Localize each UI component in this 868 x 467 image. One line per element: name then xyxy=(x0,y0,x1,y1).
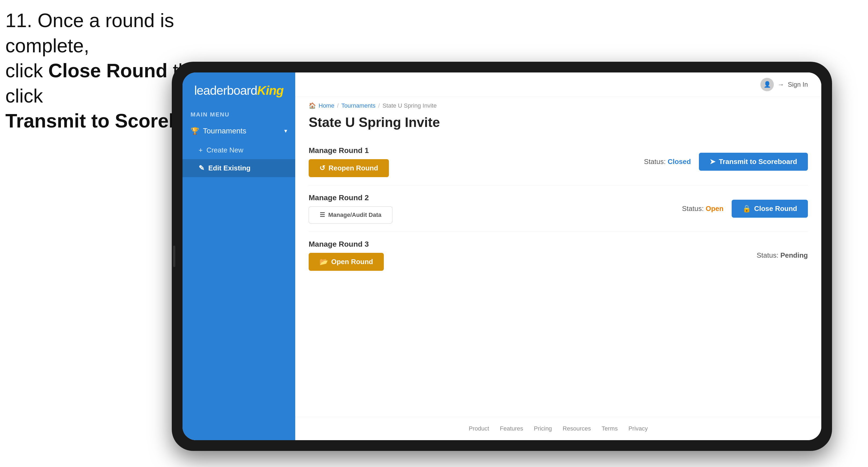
round-1-status: Status: Closed xyxy=(644,158,691,166)
avatar: 👤 xyxy=(761,78,774,91)
round-3-status-value: Pending xyxy=(780,251,808,259)
edit-existing-label: Edit Existing xyxy=(208,164,250,172)
round-1-row: Manage Round 1 ↺ Reopen Round Status: Cl… xyxy=(309,138,808,185)
tablet-device: leaderboardKing MAIN MENU 🏆 Tournaments … xyxy=(172,62,832,451)
page-title: State U Spring Invite xyxy=(295,112,821,138)
lock-icon: 🔒 xyxy=(742,205,751,213)
open-round-button[interactable]: 📂 Open Round xyxy=(309,253,384,271)
footer-terms-link[interactable]: Terms xyxy=(602,425,618,432)
round-3-status-label: Status: xyxy=(756,251,778,259)
sidebar-item-create-new[interactable]: + Create New xyxy=(183,141,295,159)
reopen-icon: ↺ xyxy=(319,164,325,172)
instruction-close-round-bold: Close Round xyxy=(48,60,167,81)
instruction-line1: 11. Once a round is complete, xyxy=(5,10,174,56)
sign-in-label: Sign In xyxy=(788,81,808,88)
top-bar: 👤 → Sign In xyxy=(295,72,821,97)
trophy-icon: 🏆 xyxy=(191,127,199,135)
round-3-row: Manage Round 3 📂 Open Round Status: Pend… xyxy=(309,232,808,279)
sign-in-icon: → xyxy=(778,81,784,88)
sidebar-tournaments-label: Tournaments xyxy=(203,127,246,135)
tablet-screen: leaderboardKing MAIN MENU 🏆 Tournaments … xyxy=(183,72,821,440)
sidebar-item-edit-existing[interactable]: ✎ Edit Existing xyxy=(183,159,295,177)
open-folder-icon: 📂 xyxy=(319,258,328,266)
breadcrumb-current: State U Spring Invite xyxy=(382,102,437,109)
round-1-right: Status: Closed ➤ Transmit to Scoreboard xyxy=(644,153,808,171)
round-2-right: Status: Open 🔒 Close Round xyxy=(682,200,808,218)
instruction-line2-prefix: click xyxy=(5,60,48,81)
logo-king: King xyxy=(257,84,283,97)
sidebar-item-tournaments[interactable]: 🏆 Tournaments ▾ xyxy=(183,121,295,141)
manage-audit-button[interactable]: ☰ Manage/Audit Data xyxy=(309,207,393,224)
round-1-status-label: Status: xyxy=(644,158,665,165)
breadcrumb: 🏠 Home / Tournaments / State U Spring In… xyxy=(295,97,821,112)
reopen-round-button[interactable]: ↺ Reopen Round xyxy=(309,159,389,177)
round-3-right: Status: Pending xyxy=(756,251,808,259)
round-1-left: Manage Round 1 ↺ Reopen Round xyxy=(309,146,389,177)
footer-resources-link[interactable]: Resources xyxy=(563,425,591,432)
audit-icon: ☰ xyxy=(320,212,325,218)
sign-in-area[interactable]: 👤 → Sign In xyxy=(761,78,808,91)
close-round-label: Close Round xyxy=(754,205,797,213)
footer: Product Features Pricing Resources Terms… xyxy=(295,417,821,440)
footer-features-link[interactable]: Features xyxy=(500,425,523,432)
main-menu-label: MAIN MENU xyxy=(183,106,295,121)
round-1-label: Manage Round 1 xyxy=(309,146,389,155)
reopen-round-label: Reopen Round xyxy=(329,164,378,172)
round-2-label: Manage Round 2 xyxy=(309,193,393,202)
logo-leader: leaderboard xyxy=(194,84,257,97)
footer-product-link[interactable]: Product xyxy=(469,425,489,432)
round-3-left: Manage Round 3 📂 Open Round xyxy=(309,240,384,271)
sidebar: leaderboardKing MAIN MENU 🏆 Tournaments … xyxy=(183,72,295,440)
close-round-button[interactable]: 🔒 Close Round xyxy=(732,200,808,218)
app-logo: leaderboardKing xyxy=(194,83,284,98)
manage-audit-label: Manage/Audit Data xyxy=(328,212,381,218)
round-1-status-value: Closed xyxy=(668,158,691,165)
breadcrumb-home-icon: 🏠 xyxy=(309,102,316,109)
chevron-down-icon: ▾ xyxy=(284,127,287,134)
transmit-to-scoreboard-button[interactable]: ➤ Transmit to Scoreboard xyxy=(699,153,808,171)
plus-icon: + xyxy=(198,146,203,154)
footer-privacy-link[interactable]: Privacy xyxy=(628,425,648,432)
breadcrumb-sep2: / xyxy=(378,102,380,109)
round-2-row: Manage Round 2 ☰ Manage/Audit Data Statu… xyxy=(309,185,808,232)
tablet-side-button xyxy=(173,246,175,267)
rounds-container: Manage Round 1 ↺ Reopen Round Status: Cl… xyxy=(295,138,821,417)
round-2-status-value: Open xyxy=(706,205,723,213)
round-2-status: Status: Open xyxy=(682,205,723,213)
open-round-label: Open Round xyxy=(331,258,373,266)
round-2-left: Manage Round 2 ☰ Manage/Audit Data xyxy=(309,193,393,224)
edit-icon: ✎ xyxy=(198,164,205,172)
logo-area: leaderboardKing xyxy=(183,72,295,106)
round-2-status-label: Status: xyxy=(682,205,704,213)
create-new-label: Create New xyxy=(207,146,243,154)
footer-pricing-link[interactable]: Pricing xyxy=(534,425,552,432)
round-3-label: Manage Round 3 xyxy=(309,240,384,249)
transmit-label: Transmit to Scoreboard xyxy=(719,158,797,166)
round-3-status: Status: Pending xyxy=(756,251,808,259)
breadcrumb-home-link[interactable]: Home xyxy=(318,102,334,109)
breadcrumb-tournaments-link[interactable]: Tournaments xyxy=(341,102,375,109)
breadcrumb-sep1: / xyxy=(337,102,339,109)
transmit-icon: ➤ xyxy=(710,158,716,166)
main-content: 👤 → Sign In 🏠 Home / Tournaments / State… xyxy=(295,72,821,440)
